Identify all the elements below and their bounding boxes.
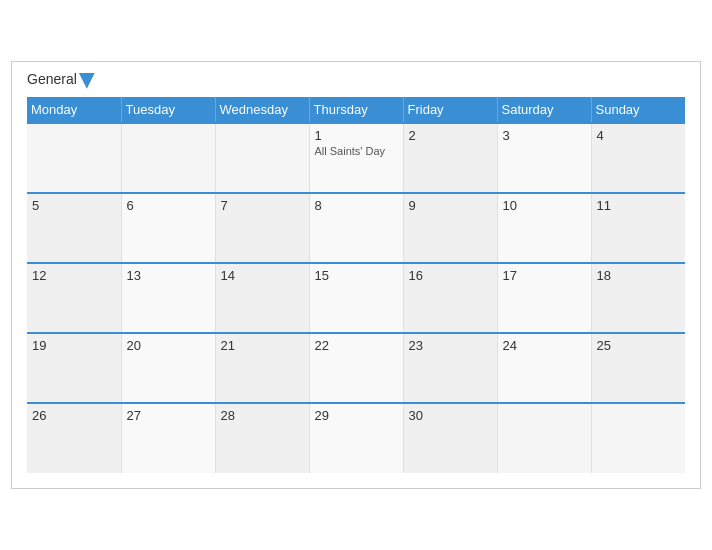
weekday-header-saturday: Saturday — [497, 97, 591, 123]
calendar-cell: 13 — [121, 263, 215, 333]
calendar-cell: 7 — [215, 193, 309, 263]
day-number: 18 — [597, 268, 681, 283]
calendar-cell: 10 — [497, 193, 591, 263]
weekday-header-wednesday: Wednesday — [215, 97, 309, 123]
calendar-cell — [591, 403, 685, 473]
day-number: 27 — [127, 408, 210, 423]
calendar-header: General — [27, 72, 685, 88]
day-number: 6 — [127, 198, 210, 213]
day-number: 5 — [32, 198, 116, 213]
calendar-cell: 3 — [497, 123, 591, 193]
calendar-cell — [215, 123, 309, 193]
calendar-cell: 14 — [215, 263, 309, 333]
calendar-cell: 29 — [309, 403, 403, 473]
day-number: 11 — [597, 198, 681, 213]
calendar-cell: 5 — [27, 193, 121, 263]
calendar-cell: 6 — [121, 193, 215, 263]
day-number: 22 — [315, 338, 398, 353]
day-number: 23 — [409, 338, 492, 353]
day-number: 9 — [409, 198, 492, 213]
week-row-5: 2627282930 — [27, 403, 685, 473]
weekday-header-tuesday: Tuesday — [121, 97, 215, 123]
calendar-cell: 27 — [121, 403, 215, 473]
calendar-cell — [497, 403, 591, 473]
weekday-header-row: MondayTuesdayWednesdayThursdayFridaySatu… — [27, 97, 685, 123]
calendar-cell: 16 — [403, 263, 497, 333]
calendar-cell: 23 — [403, 333, 497, 403]
calendar-cell: 22 — [309, 333, 403, 403]
calendar-cell: 8 — [309, 193, 403, 263]
calendar-cell: 4 — [591, 123, 685, 193]
week-row-1: 1All Saints' Day234 — [27, 123, 685, 193]
calendar-cell: 12 — [27, 263, 121, 333]
day-number: 29 — [315, 408, 398, 423]
calendar-cell: 20 — [121, 333, 215, 403]
day-number: 20 — [127, 338, 210, 353]
calendar-cell: 30 — [403, 403, 497, 473]
day-number: 28 — [221, 408, 304, 423]
day-number: 16 — [409, 268, 492, 283]
day-number: 30 — [409, 408, 492, 423]
calendar-cell: 17 — [497, 263, 591, 333]
weekday-header-friday: Friday — [403, 97, 497, 123]
day-number: 17 — [503, 268, 586, 283]
logo: General — [27, 72, 95, 88]
day-number: 8 — [315, 198, 398, 213]
day-number: 7 — [221, 198, 304, 213]
calendar-container: General MondayTuesdayWednesdayThursdayFr… — [11, 61, 701, 488]
week-row-4: 19202122232425 — [27, 333, 685, 403]
day-number: 1 — [315, 128, 398, 143]
day-number: 15 — [315, 268, 398, 283]
logo-general-text: General — [27, 72, 95, 88]
calendar-cell — [121, 123, 215, 193]
calendar-cell: 21 — [215, 333, 309, 403]
logo-triangle-icon — [79, 73, 95, 89]
day-number: 13 — [127, 268, 210, 283]
day-event: All Saints' Day — [315, 145, 398, 157]
calendar-cell: 26 — [27, 403, 121, 473]
calendar-cell: 9 — [403, 193, 497, 263]
week-row-3: 12131415161718 — [27, 263, 685, 333]
calendar-cell: 1All Saints' Day — [309, 123, 403, 193]
day-number: 14 — [221, 268, 304, 283]
calendar-cell: 25 — [591, 333, 685, 403]
day-number: 3 — [503, 128, 586, 143]
day-number: 2 — [409, 128, 492, 143]
day-number: 24 — [503, 338, 586, 353]
week-row-2: 567891011 — [27, 193, 685, 263]
weekday-header-thursday: Thursday — [309, 97, 403, 123]
calendar-cell: 28 — [215, 403, 309, 473]
weekday-header-monday: Monday — [27, 97, 121, 123]
calendar-cell: 15 — [309, 263, 403, 333]
day-number: 19 — [32, 338, 116, 353]
calendar-cell: 19 — [27, 333, 121, 403]
calendar-cell: 18 — [591, 263, 685, 333]
day-number: 25 — [597, 338, 681, 353]
calendar-cell: 2 — [403, 123, 497, 193]
day-number: 4 — [597, 128, 681, 143]
day-number: 26 — [32, 408, 116, 423]
day-number: 21 — [221, 338, 304, 353]
calendar-cell: 11 — [591, 193, 685, 263]
weekday-header-sunday: Sunday — [591, 97, 685, 123]
day-number: 10 — [503, 198, 586, 213]
calendar-grid: MondayTuesdayWednesdayThursdayFridaySatu… — [27, 97, 685, 473]
calendar-cell — [27, 123, 121, 193]
calendar-cell: 24 — [497, 333, 591, 403]
day-number: 12 — [32, 268, 116, 283]
